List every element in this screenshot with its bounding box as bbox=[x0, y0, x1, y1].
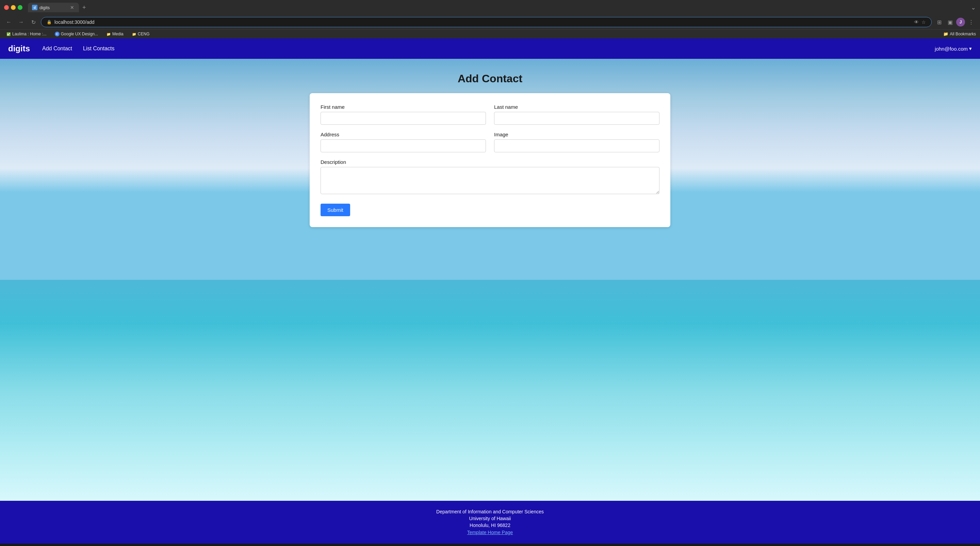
address-bar-row: ← → ↻ 🔒 localhost:3000/add 👁 ☆ ⊞ ▣ J ⋮ bbox=[0, 15, 980, 29]
last-name-input[interactable] bbox=[494, 112, 659, 125]
new-tab-button[interactable]: + bbox=[80, 3, 88, 12]
footer-line-1: Department of Information and Computer S… bbox=[8, 509, 972, 514]
lock-icon: 🔒 bbox=[47, 20, 52, 24]
first-name-input[interactable] bbox=[321, 112, 486, 125]
menu-button[interactable]: ⋮ bbox=[966, 17, 976, 27]
all-bookmarks-label: All Bookmarks bbox=[950, 32, 976, 37]
add-contact-form-card: First name Last name Address Im bbox=[310, 93, 670, 227]
footer-line-2: University of Hawaii bbox=[8, 516, 972, 521]
navbar-right: john@foo.com ▾ bbox=[935, 46, 972, 52]
bookmarks-icon: 📁 bbox=[943, 32, 948, 37]
user-email: john@foo.com bbox=[935, 46, 968, 52]
description-textarea[interactable] bbox=[321, 167, 659, 194]
star-icon[interactable]: ☆ bbox=[921, 19, 926, 25]
avatar[interactable]: J bbox=[956, 17, 965, 27]
address-label: Address bbox=[321, 132, 486, 137]
first-name-group: First name bbox=[321, 104, 486, 125]
form-row-address-image: Address Image bbox=[321, 132, 659, 152]
address-text: localhost:3000/add bbox=[54, 19, 911, 25]
address-input[interactable] bbox=[321, 140, 486, 152]
bookmark-favicon-google: C bbox=[55, 32, 60, 37]
submit-button[interactable]: Submit bbox=[321, 204, 350, 216]
last-name-label: Last name bbox=[494, 104, 659, 110]
dropdown-chevron-icon: ▾ bbox=[969, 46, 972, 52]
bookmark-laulima[interactable]: ✅ Laulima : Home :... bbox=[4, 31, 49, 37]
close-window-button[interactable] bbox=[4, 5, 9, 10]
all-bookmarks-button[interactable]: 📁 All Bookmarks bbox=[943, 32, 976, 37]
add-contact-form: First name Last name Address Im bbox=[321, 104, 659, 216]
image-input[interactable] bbox=[494, 140, 659, 152]
list-contacts-nav-link[interactable]: List Contacts bbox=[79, 43, 118, 54]
tab-title: digits bbox=[40, 5, 67, 10]
tab-favicon-icon: d bbox=[32, 5, 37, 10]
bookmark-label-google: Google UX Design... bbox=[61, 32, 98, 37]
bookmarks-bar: ✅ Laulima : Home :... C Google UX Design… bbox=[0, 29, 980, 38]
browser-chrome: d digits ✕ + ⌄ ← → ↻ 🔒 localhost:3000/ad… bbox=[0, 0, 980, 38]
browser-titlebar: d digits ✕ + ⌄ bbox=[0, 0, 980, 15]
address-bar-icons: 👁 ☆ bbox=[914, 19, 926, 25]
first-name-label: First name bbox=[321, 104, 486, 110]
address-group: Address bbox=[321, 132, 486, 152]
window-expand-button[interactable]: ⌄ bbox=[971, 4, 976, 11]
hero-section: Add Contact First name Last name bbox=[0, 59, 980, 501]
footer-home-page-link[interactable]: Template Home Page bbox=[467, 530, 513, 535]
back-button[interactable]: ← bbox=[4, 17, 14, 27]
app-footer: Department of Information and Computer S… bbox=[0, 501, 980, 544]
bookmark-label-ceng: CENG bbox=[138, 32, 150, 37]
navbar-brand[interactable]: digits bbox=[8, 44, 30, 53]
navbar-links: Add Contact List Contacts bbox=[38, 43, 119, 54]
page-title: Add Contact bbox=[458, 72, 522, 85]
minimize-window-button[interactable] bbox=[11, 5, 16, 10]
form-row-name: First name Last name bbox=[321, 104, 659, 125]
bookmark-favicon-media: 📁 bbox=[106, 32, 111, 37]
eye-icon[interactable]: 👁 bbox=[914, 19, 919, 25]
bookmark-label-laulima: Laulima : Home :... bbox=[12, 32, 47, 37]
description-group: Description bbox=[321, 159, 659, 194]
bookmark-google[interactable]: C Google UX Design... bbox=[53, 31, 100, 37]
active-tab[interactable]: d digits ✕ bbox=[28, 3, 79, 12]
last-name-group: Last name bbox=[494, 104, 659, 125]
address-bar[interactable]: 🔒 localhost:3000/add 👁 ☆ bbox=[41, 17, 932, 27]
traffic-lights bbox=[4, 5, 22, 10]
refresh-button[interactable]: ↻ bbox=[29, 17, 38, 27]
navbar: digits Add Contact List Contacts john@fo… bbox=[0, 38, 980, 59]
bookmark-ceng[interactable]: 📁 CENG bbox=[130, 31, 152, 37]
form-row-description: Description bbox=[321, 159, 659, 194]
tab-bar: d digits ✕ + bbox=[28, 3, 968, 12]
app-wrapper: digits Add Contact List Contacts john@fo… bbox=[0, 38, 980, 544]
user-dropdown[interactable]: john@foo.com ▾ bbox=[935, 46, 972, 52]
image-label: Image bbox=[494, 132, 659, 137]
bookmark-media[interactable]: 📁 Media bbox=[104, 31, 126, 37]
image-group: Image bbox=[494, 132, 659, 152]
footer-line-3: Honolulu, HI 96822 bbox=[8, 522, 972, 528]
bookmark-label-media: Media bbox=[112, 32, 124, 37]
description-label: Description bbox=[321, 159, 659, 165]
sidebar-button[interactable]: ▣ bbox=[945, 17, 955, 27]
browser-actions: ⊞ ▣ J ⋮ bbox=[934, 17, 976, 27]
maximize-window-button[interactable] bbox=[18, 5, 22, 10]
bookmark-favicon-ceng: 📁 bbox=[132, 32, 137, 37]
add-contact-nav-link[interactable]: Add Contact bbox=[38, 43, 76, 54]
tab-close-button[interactable]: ✕ bbox=[69, 5, 75, 10]
extensions-button[interactable]: ⊞ bbox=[934, 17, 944, 27]
forward-button[interactable]: → bbox=[16, 17, 26, 27]
bookmark-favicon-laulima: ✅ bbox=[6, 32, 11, 37]
